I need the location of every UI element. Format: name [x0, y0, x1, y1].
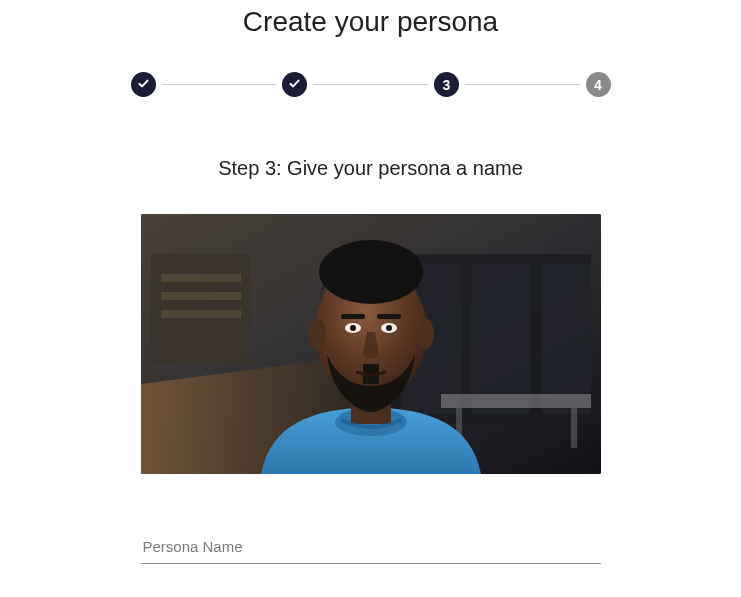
step-heading: Step 3: Give your persona a name: [218, 157, 523, 180]
step-connector: [465, 84, 580, 85]
svg-point-23: [350, 325, 356, 331]
svg-rect-6: [441, 394, 591, 408]
step-2-indicator: [282, 72, 307, 97]
svg-rect-20: [341, 314, 365, 319]
svg-point-18: [319, 240, 423, 304]
svg-rect-21: [377, 314, 401, 319]
persona-name-field-wrap: [141, 530, 601, 564]
step-number: 3: [442, 77, 450, 93]
step-connector: [162, 84, 277, 85]
check-icon: [288, 77, 301, 93]
step-4-indicator: 4: [586, 72, 611, 97]
svg-rect-11: [161, 292, 241, 300]
step-3-indicator: 3: [434, 72, 459, 97]
svg-rect-8: [571, 408, 577, 448]
svg-rect-4: [471, 264, 531, 414]
step-number: 4: [594, 77, 602, 93]
svg-point-16: [308, 318, 326, 350]
page-title: Create your persona: [243, 6, 498, 38]
svg-point-17: [416, 318, 434, 350]
step-connector: [313, 84, 428, 85]
persona-name-input[interactable]: [141, 530, 601, 564]
svg-rect-5: [541, 264, 591, 414]
svg-rect-12: [161, 310, 241, 318]
svg-rect-9: [151, 254, 251, 364]
progress-stepper: 3 4: [131, 72, 611, 97]
check-icon: [137, 77, 150, 93]
svg-point-25: [386, 325, 392, 331]
persona-preview-image: [141, 214, 601, 474]
step-1-indicator: [131, 72, 156, 97]
svg-rect-10: [161, 274, 241, 282]
